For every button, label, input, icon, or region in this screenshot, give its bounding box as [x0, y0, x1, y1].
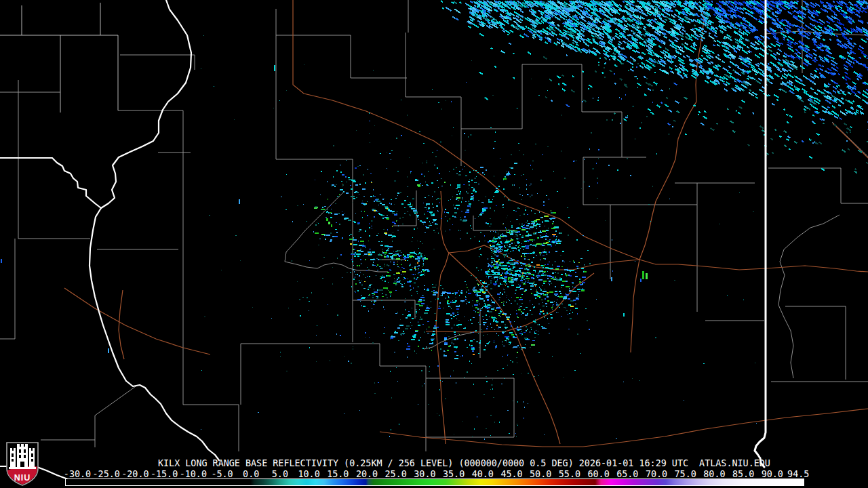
- state-and-river-lines: [0, 0, 766, 483]
- logo-text: NIU: [14, 473, 31, 483]
- colorbar-tick-label: 5.0: [272, 469, 288, 479]
- radar-display: { "caption": { "text": "KILX LONG RANGE …: [0, 0, 868, 488]
- colorbar-tick-label: -20.0: [121, 469, 149, 479]
- colorbar-tick-label: 40.0: [472, 469, 494, 479]
- colorbar-tick-label: 94.5: [787, 469, 809, 479]
- colorbar-scale-labels: -30.0-25.0-20.0-15.0-10.0-5.00.05.010.01…: [0, 469, 868, 479]
- colorbar-tick-label: 20.0: [356, 469, 378, 479]
- colorbar-tick-label: -10.0: [180, 469, 207, 479]
- colorbar-tick-label: 50.0: [530, 469, 551, 479]
- niu-logo: NIU: [5, 441, 39, 487]
- colorbar-tick-label: 90.0: [762, 469, 783, 479]
- colorbar-tick-label: 55.0: [559, 469, 580, 479]
- colorbar-tick-label: 0.0: [243, 469, 259, 479]
- colorbar-tick-label: 75.0: [675, 469, 696, 479]
- colorbar-tick-label: 10.0: [298, 469, 319, 479]
- colorbar-tick-label: -25.0: [93, 469, 120, 479]
- colorbar-tick-label: 45.0: [500, 469, 522, 479]
- colorbar-tick-label: 60.0: [587, 469, 609, 479]
- colorbar-tick-label: 85.0: [732, 469, 754, 479]
- product-caption: KILX LONG RANGE BASE REFLECTIVITY (0.25K…: [158, 458, 770, 468]
- colorbar-tick-label: 80.0: [703, 469, 725, 479]
- colorbar-tick-label: 30.0: [414, 469, 435, 479]
- colorbar-tick-label: 25.0: [385, 469, 407, 479]
- colorbar-tick-label: 35.0: [443, 469, 465, 479]
- colorbar-tick-label: -5.0: [211, 469, 233, 479]
- colorbar-tick-label: 15.0: [327, 469, 349, 479]
- colorbar-tick-label: -30.0: [64, 469, 91, 479]
- colorbar-tick-label: 70.0: [646, 469, 667, 479]
- radar-map-canvas: [0, 0, 868, 488]
- colorbar-tick-label: 65.0: [616, 469, 638, 479]
- colorbar: [65, 479, 804, 486]
- reflectivity-echoes: [1, 0, 868, 440]
- colorbar-tick-label: -15.0: [151, 469, 178, 479]
